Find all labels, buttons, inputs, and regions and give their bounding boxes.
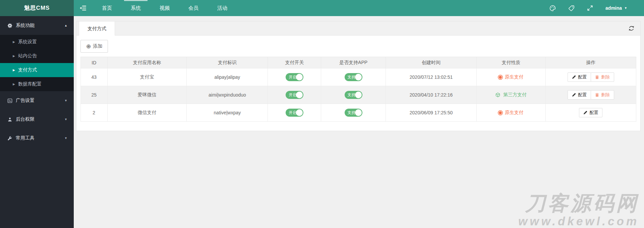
toggle-label: 开启 [289,110,297,115]
sidebar: 系统功能 ▲ ▶ 系统设置 ▶ 站内公告 ▶ 支付方式 ▶ 数据库配置 广告设置… [0,16,74,228]
watermark-title: 刀客源码网 [518,193,639,214]
sidebar-group-label: 后台权限 [16,116,35,122]
fullscreen-button[interactable] [587,5,593,11]
sidebar-item-site-notice[interactable]: ▶ 站内公告 [0,49,74,63]
table-header-row: ID 支付应用名称 支付标识 支付开关 是否支持APP 创建时间 支付性质 操作 [81,57,636,68]
cell-app-support: 支持 [321,68,386,86]
pencil-icon [572,93,576,97]
cell-pay-key: aimi|wxpinduoduo [187,86,268,104]
sidebar-group-system[interactable]: 系统功能 ▲ [0,16,74,35]
add-button[interactable]: ⊕ 添加 [80,40,108,53]
nature-label: 原生支付 [505,110,524,116]
watermark: 刀客源码网 www.dkewl.com [518,193,639,227]
chevron-down-icon: ▼ [624,6,627,10]
top-bar: 魅思CMS 首页 系统 视频 会员 活动 [0,0,644,16]
app-support-toggle[interactable]: 支持 [345,109,362,117]
pay-switch-toggle[interactable]: 开启 [286,109,303,117]
config-label: 配置 [578,74,587,80]
nav-item-system[interactable]: 系统 [121,0,150,16]
sidebar-group-tools[interactable]: 常用工具 ▼ [0,129,74,148]
toggle-knob [296,74,303,80]
config-label: 配置 [578,92,587,98]
app-support-toggle[interactable]: 支持 [345,73,362,81]
pay-switch-toggle[interactable]: 开启 [286,73,303,81]
toggle-knob [296,109,303,116]
sidebar-item-label: 支付方式 [18,67,37,73]
nature-label: 第三方支付 [503,92,527,98]
sidebar-group-ads[interactable]: 广告设置 ▼ [0,91,74,110]
cell-id: 25 [81,86,108,104]
config-button[interactable]: 配置 [568,90,591,100]
arrow-right-icon: ▶ [13,82,15,86]
sidebar-group-admin-auth[interactable]: 后台权限 ▼ [0,110,74,129]
toggle-label: 支持 [348,110,356,115]
image-doc-icon [7,98,12,103]
sidebar-collapse-button[interactable] [74,0,93,16]
delete-label: 删除 [601,92,610,98]
col-app-support: 是否支持APP [321,57,386,68]
arrow-right-icon: ▶ [13,68,15,72]
nature-badge-native: 原生支付 [499,74,524,80]
cell-nature: 第三方支付 [477,86,545,104]
sidebar-item-payment-methods[interactable]: ▶ 支付方式 [0,63,74,77]
nav-item-activity[interactable]: 活动 [208,0,237,16]
toggle-knob [355,109,362,116]
payment-table: ID 支付应用名称 支付标识 支付开关 是否支持APP 创建时间 支付性质 操作… [80,57,636,122]
col-id: ID [81,57,108,68]
nature-label: 原生支付 [505,74,524,80]
tag-button[interactable] [568,5,575,11]
app-support-toggle[interactable]: 支持 [345,91,362,99]
toggle-label: 开启 [289,75,297,79]
user-menu[interactable]: admina ▼ [605,5,627,11]
tab-payment-methods[interactable]: 支付方式 [79,21,115,36]
nature-badge-native: 原生支付 [499,110,524,116]
config-button[interactable]: 配置 [568,72,591,82]
caret-up-icon: ▲ [64,24,67,27]
table-row: 43 支付宝 alipay|alipay 开启 支持 [81,68,636,86]
nav-item-video[interactable]: 视频 [150,0,179,16]
sidebar-group-label: 系统功能 [16,22,35,28]
caret-down-icon: ▼ [64,99,67,102]
refresh-button[interactable] [629,25,634,33]
config-button[interactable]: 配置 [579,108,602,117]
col-created: 创建时间 [386,57,477,68]
nav-item-member[interactable]: 会员 [179,0,208,16]
sidebar-group-label: 广告设置 [16,98,35,104]
theme-button[interactable] [549,5,556,11]
cell-actions: 配置 删除 [545,86,636,104]
caret-down-icon: ▼ [64,136,67,140]
delete-button[interactable]: 删除 [591,72,614,82]
cell-nature: 原生支付 [477,68,545,86]
pencil-icon [572,75,576,79]
toggle-label: 支持 [348,93,356,97]
cell-app-name: 爱咪微信 [107,86,187,104]
trash-icon [595,93,599,97]
watermark-url: www.dkewl.com [518,215,639,227]
wrench-icon [7,136,12,141]
sidebar-item-label: 数据库配置 [18,81,42,87]
sidebar-item-system-settings[interactable]: ▶ 系统设置 [0,35,74,49]
toggle-knob [355,92,362,98]
pay-switch-toggle[interactable]: 开启 [286,91,303,99]
config-label: 配置 [589,110,598,116]
cell-app-support: 支持 [321,104,386,122]
toggle-knob [296,92,303,98]
col-actions: 操作 [545,57,636,68]
cell-app-name: 微信支付 [107,104,187,122]
cell-actions: 配置 删除 [545,68,636,86]
cell-app-support: 支持 [321,86,386,104]
radio-dot-icon [499,111,502,114]
sidebar-item-label: 站内公告 [18,53,37,59]
nav-item-home[interactable]: 首页 [93,0,121,16]
sidebar-item-database-config[interactable]: ▶ 数据库配置 [0,77,74,91]
cell-pay-key: native|wxpay [187,104,268,122]
delete-label: 删除 [601,74,610,80]
cell-nature: 原生支付 [477,104,545,122]
pencil-icon [583,111,587,115]
plus-circle-icon: ⊕ [86,44,91,49]
col-pay-key: 支付标识 [187,57,268,68]
delete-button[interactable]: 删除 [591,90,614,100]
username: admina [605,5,622,11]
col-nature: 支付性质 [477,57,545,68]
cell-created: 2020/06/09 17:25:50 [386,104,477,122]
